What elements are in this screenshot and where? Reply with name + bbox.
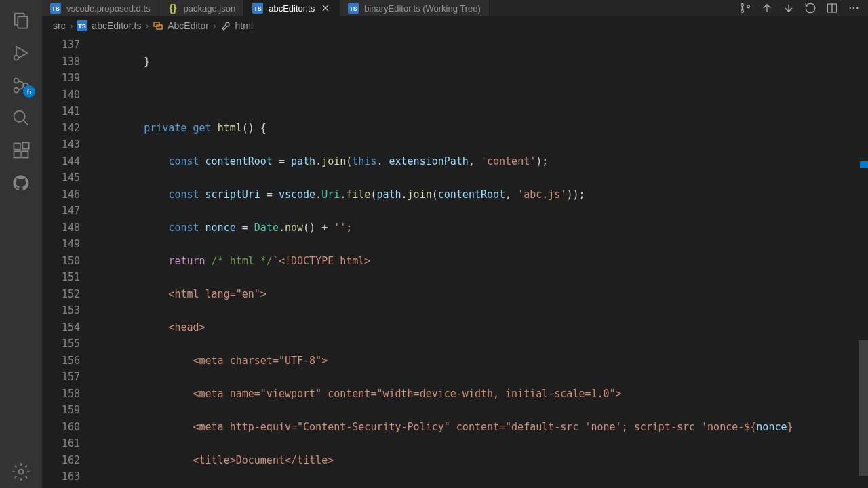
code-line[interactable] [95,87,868,104]
tab-label: package.json [184,3,236,14]
svg-text:TS: TS [254,5,262,12]
search-icon[interactable] [0,102,42,134]
svg-rect-9 [22,151,28,157]
close-icon[interactable] [320,3,331,14]
chevron-right-icon: › [70,20,73,31]
scm-badge: 6 [23,85,35,98]
prev-change-icon[interactable] [761,2,773,14]
svg-point-2 [14,56,19,60]
svg-rect-1 [18,16,27,28]
code-line[interactable]: const nonce = Date.now() + ''; [95,220,868,237]
split-icon[interactable] [826,2,838,14]
extensions-icon[interactable] [0,134,42,167]
ts-file-icon: TS [348,3,359,14]
svg-point-20 [741,10,744,13]
ts-file-icon: TS [77,20,87,31]
chevron-right-icon: › [213,20,216,31]
svg-text:TS: TS [349,5,357,12]
github-icon[interactable] [0,167,42,199]
code-line[interactable]: <meta charset="UTF-8"> [95,352,868,369]
code-line[interactable]: </head> [95,485,868,489]
svg-point-11 [19,470,24,474]
svg-point-4 [14,88,19,93]
svg-rect-8 [14,151,20,157]
tab-vscode-proposed[interactable]: TS vscode.proposed.d.ts [42,0,159,16]
svg-rect-10 [22,142,28,148]
breadcrumb-item[interactable]: abcEditor.ts [92,20,141,31]
code-line[interactable]: } [95,54,868,70]
svg-text:TS: TS [52,5,60,12]
code-line[interactable]: <meta name="viewport" content="width=dev… [95,386,868,403]
overview-ruler[interactable] [859,35,868,488]
code-line[interactable]: <html lang="en"> [95,286,868,303]
code-line[interactable]: const contentRoot = path.join(this._exte… [95,153,868,170]
compare-icon[interactable] [739,2,751,14]
tab-label: vscode.proposed.d.ts [66,3,151,14]
svg-point-19 [741,4,744,7]
breadcrumbs[interactable]: src › TS abcEditor.ts › AbcEditor › html [42,16,868,35]
tab-label: abcEditor.ts [269,3,315,14]
line-gutter: 1371381391401411421431441451461471481491… [42,35,95,488]
code-line[interactable]: const scriptUri = vscode.Uri.file(path.j… [95,186,868,203]
overview-marker [860,161,868,168]
svg-point-23 [850,7,851,9]
activity-bar: 6 [0,0,42,488]
editor[interactable]: 1371381391401411421431441451461471481491… [42,35,868,488]
breadcrumb-item[interactable]: html [235,20,253,31]
next-change-icon[interactable] [783,2,795,14]
code-line[interactable]: <meta http-equiv="Content-Security-Polic… [95,419,868,436]
code-line[interactable]: <head> [95,319,868,336]
property-icon [220,20,231,31]
svg-point-6 [14,111,25,122]
json-file-icon: {} [167,3,178,14]
svg-point-24 [853,7,854,9]
explorer-icon[interactable] [0,4,42,37]
code-area[interactable]: } private get html() { const contentRoot… [95,35,868,488]
tab-label: binaryEditor.ts (Working Tree) [364,3,481,14]
breadcrumb-item[interactable]: AbcEditor [167,20,209,31]
settings-gear-icon[interactable] [0,455,42,488]
revert-icon[interactable] [804,2,816,14]
code-line[interactable]: return /* html */`<!DOCTYPE html> [95,253,868,270]
code-line[interactable]: <title>Document</title> [95,452,868,469]
svg-point-25 [856,7,858,9]
more-icon[interactable] [848,2,860,14]
breadcrumb-item[interactable]: src [53,20,66,31]
svg-point-3 [14,79,19,83]
svg-text:TS: TS [79,23,87,30]
class-icon [153,20,163,31]
tab-package-json[interactable]: {} package.json [159,0,245,16]
run-icon[interactable] [0,37,42,69]
tab-actions [731,0,868,16]
svg-rect-7 [14,144,20,150]
svg-text:{}: {} [169,3,176,14]
ts-file-icon: TS [50,3,61,14]
svg-point-21 [747,5,750,8]
scrollbar-thumb[interactable] [859,340,868,476]
tab-abc-editor[interactable]: TS abcEditor.ts [244,0,340,16]
ts-file-icon: TS [252,3,263,14]
scm-icon[interactable]: 6 [0,69,42,102]
tab-bar: TS vscode.proposed.d.ts {} package.json … [42,0,868,16]
code-line[interactable]: private get html() { [95,120,868,137]
chevron-right-icon: › [146,20,149,31]
tab-binary-editor[interactable]: TS binaryEditor.ts (Working Tree) [340,0,490,16]
